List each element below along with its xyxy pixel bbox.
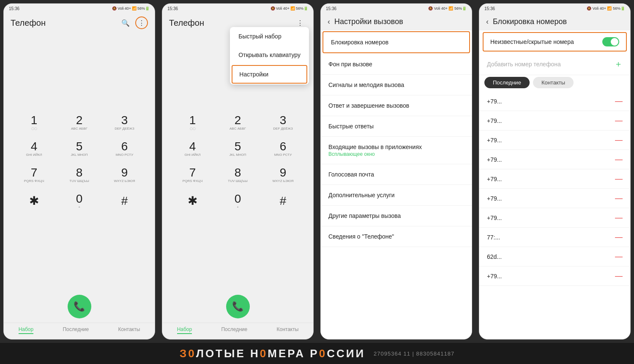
blocked-item-7: +79... — xyxy=(479,208,630,228)
time-3: 15:36 xyxy=(326,6,336,11)
blocked-item-3: +79... — xyxy=(479,130,630,150)
blocked-item-5: +79... — xyxy=(479,169,630,189)
remove-btn-3[interactable]: — xyxy=(615,136,623,144)
search-icon-1[interactable]: 🔍 xyxy=(119,16,132,29)
tab-contacts-block[interactable]: Контакты xyxy=(533,77,574,88)
status-icons-2: 🔕 Voli 40+ 📶 56%🔋 xyxy=(271,6,308,11)
tab-dial-2[interactable]: Набор xyxy=(177,326,192,334)
dialpad-1: 1◌◌ 2ABC АБВГ 3DEF ДЕЁЖЗ 4GHI ИЙКЛ 5JKL … xyxy=(4,33,155,291)
blocked-item-2: +79... — xyxy=(479,111,630,130)
settings-block-numbers[interactable]: Блокировка номеров xyxy=(322,31,470,53)
dial-key-2-6[interactable]: 6MNO РСТУ xyxy=(261,136,305,161)
call-icon-2: 📞 xyxy=(232,301,243,312)
phone-header-1: Телефон 🔍 ⋮ xyxy=(4,13,155,33)
call-button-1[interactable]: 📞 xyxy=(68,295,91,318)
status-icons-3: 🔕 Voli 40+ 📶 56%🔋 xyxy=(428,6,467,11)
bottom-tabs-2: Набор Последние Контакты xyxy=(162,323,313,339)
remove-btn-7[interactable]: — xyxy=(615,213,623,222)
remove-btn-5[interactable]: — xyxy=(615,174,623,183)
footer-brand: З0ЛОТЫЕ Н0МЕРА Р0ССИИ 27095364 11 | 8830… xyxy=(0,343,634,364)
dialpad-grid-2: 1◌◌ 2ABC АБВГ 3DEF ДЕЁЖЗ 4GHI ИЙКЛ 5JKL … xyxy=(162,110,313,213)
dial-key-2-4[interactable]: 4GHI ИЙКЛ xyxy=(171,136,214,161)
settings-answer-end[interactable]: Ответ и завершение вызовов xyxy=(321,95,472,116)
block-screen: Неизвестные/скрытые номера Добавить номе… xyxy=(479,30,630,339)
status-bar-3: 15:36 🔕 Voli 40+ 📶 56%🔋 xyxy=(321,4,472,13)
unknown-toggle-row: Неизвестные/скрытые номера xyxy=(483,32,627,52)
phone-2: 15:36 🔕 Voli 40+ 📶 56%🔋 Телефон ⋮ Быстры… xyxy=(162,3,314,340)
status-bar-2: 15:36 🔕 Voli 40+ 📶 56%🔋 xyxy=(162,4,313,13)
dial-key-6[interactable]: 6MNO РСТУ xyxy=(103,136,146,161)
dial-key-2-7[interactable]: 7PQRS ФХЦЧ xyxy=(171,163,214,187)
blocked-item-9: 62d... — xyxy=(479,247,630,266)
tab-dial-1[interactable]: Набор xyxy=(19,326,34,334)
dial-key-2[interactable]: 2ABC АБВГ xyxy=(57,110,101,135)
back-arrow-3[interactable]: ‹ xyxy=(328,17,330,26)
remove-btn-2[interactable]: — xyxy=(615,116,623,125)
back-arrow-4[interactable]: ‹ xyxy=(486,17,489,26)
add-number-placeholder: Добавить номер телефона xyxy=(487,61,561,68)
dial-key-2-hash[interactable]: # xyxy=(261,189,305,213)
header-icons-1: 🔍 ⋮ xyxy=(119,16,148,29)
dial-key-2-1[interactable]: 1◌◌ xyxy=(171,110,214,135)
remove-btn-8[interactable]: — xyxy=(615,233,623,242)
tab-recent-2[interactable]: Последние xyxy=(221,326,247,334)
bottom-tabs-1: Набор Последние Контакты xyxy=(4,323,155,339)
blocked-item-1: +79... — xyxy=(479,92,630,111)
dialpad-grid-1: 1◌◌ 2ABC АБВГ 3DEF ДЕЁЖЗ 4GHI ИЙКЛ 5JKL … xyxy=(4,110,155,213)
settings-incoming-calls[interactable]: Входящие вызовы в приложениях Всплывающе… xyxy=(321,137,472,164)
call-btn-row-2: 📞 xyxy=(162,291,313,323)
tab-contacts-2[interactable]: Контакты xyxy=(276,326,298,334)
back-header-4: ‹ Блокировка номеров xyxy=(479,13,630,30)
dial-key-5[interactable]: 5JKL МНОП xyxy=(57,136,101,161)
dial-key-hash[interactable]: # xyxy=(103,189,146,213)
dial-key-3[interactable]: 3DEF ДЕЁЖЗ xyxy=(103,110,146,135)
tab-recent-block[interactable]: Последние xyxy=(484,77,530,88)
dial-key-7[interactable]: 7PQRS ФХЦЧ xyxy=(12,163,56,187)
dial-key-2-9[interactable]: 9WXYZ ЬЭЮЯ xyxy=(261,163,305,187)
tab-contacts-1[interactable]: Контакты xyxy=(118,326,140,334)
call-button-2[interactable]: 📞 xyxy=(226,295,250,318)
phone-3: 15:36 🔕 Voli 40+ 📶 56%🔋 ‹ Настройки вызо… xyxy=(320,3,472,340)
dial-key-2-2[interactable]: 2ABC АБВГ xyxy=(216,110,260,135)
time-1: 15:36 xyxy=(9,6,19,11)
settings-list: Блокировка номеров Фон при вызове Сигнал… xyxy=(321,30,472,339)
status-icons-4: 🔕 Voli 40+ 📶 56%🔋 xyxy=(587,6,625,11)
add-number-button[interactable]: ＋ xyxy=(614,58,623,70)
dropdown-quick-dial[interactable]: Быстрый набор xyxy=(230,27,309,46)
settings-quick-replies[interactable]: Быстрые ответы xyxy=(321,116,472,137)
dial-key-2-0[interactable]: 0+ xyxy=(216,189,260,213)
settings-additional[interactable]: Дополнительные услуги xyxy=(321,185,472,206)
dial-key-9[interactable]: 9WXYZ ЬЭЮЯ xyxy=(103,163,146,187)
unknown-toggle-switch[interactable] xyxy=(602,37,619,46)
remove-btn-6[interactable]: — xyxy=(615,194,623,203)
dial-key-2-5[interactable]: 5JKL МНОП xyxy=(216,136,260,161)
menu-icon-1[interactable]: ⋮ xyxy=(135,16,148,29)
header-title-1: Телефон xyxy=(11,18,46,28)
remove-btn-1[interactable]: — xyxy=(615,97,623,106)
remove-btn-10[interactable]: — xyxy=(615,272,623,280)
dial-key-2-3[interactable]: 3DEF ДЕЁЖЗ xyxy=(261,110,305,135)
blocked-item-4: +79... — xyxy=(479,150,630,169)
status-icons-1: 🔕 Voli 40+ 📶 56%🔋 xyxy=(112,6,150,11)
dropdown-open-keyboard[interactable]: Открывать клавиатуру xyxy=(230,46,309,64)
dial-key-2-star[interactable]: ✱ xyxy=(171,189,214,213)
settings-ringtone[interactable]: Сигналы и мелодия вызова xyxy=(321,75,472,95)
settings-other[interactable]: Другие параметры вызова xyxy=(321,206,472,226)
dropdown-settings[interactable]: Настройки xyxy=(232,65,307,84)
settings-voicemail[interactable]: Голосовая почта xyxy=(321,164,472,185)
dial-key-8[interactable]: 8TUV ШЩЪЫ xyxy=(57,163,101,187)
settings-background[interactable]: Фон при вызове xyxy=(321,54,472,75)
dropdown-menu: Быстрый набор Открывать клавиатуру Настр… xyxy=(230,27,309,84)
brand-0-1: 0 xyxy=(188,347,196,360)
dial-key-2-8[interactable]: 8TUV ШЩЪЫ xyxy=(216,163,260,187)
remove-btn-9[interactable]: — xyxy=(615,252,623,261)
dial-key-1[interactable]: 1◌◌ xyxy=(12,110,56,135)
dial-key-star[interactable]: ✱ xyxy=(12,189,56,213)
tab-recent-1[interactable]: Последние xyxy=(63,326,89,334)
settings-about[interactable]: Сведения о "Телефоне" xyxy=(321,226,472,247)
dial-key-4[interactable]: 4GHI ИЙКЛ xyxy=(12,136,56,161)
dial-key-0[interactable]: 0+ xyxy=(57,189,101,213)
remove-btn-4[interactable]: — xyxy=(615,155,623,164)
phones-container: 15:36 🔕 Voli 40+ 📶 56%🔋 Телефон 🔍 ⋮ 1◌◌ … xyxy=(0,0,634,343)
time-4: 15:36 xyxy=(484,6,495,11)
